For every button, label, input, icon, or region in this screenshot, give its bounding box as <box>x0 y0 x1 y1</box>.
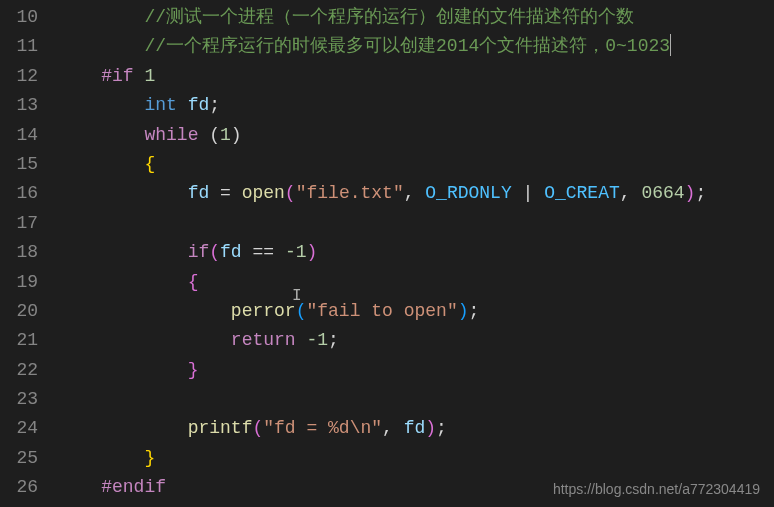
function-token: printf <box>188 418 253 438</box>
paren-token: ) <box>306 242 317 262</box>
code-line[interactable]: { <box>54 150 774 179</box>
constant-token: O_CREAT <box>544 183 620 203</box>
function-token: open <box>242 183 285 203</box>
punctuation-token: ) <box>231 125 242 145</box>
paren-token: ( <box>296 301 307 321</box>
space-token <box>296 330 307 350</box>
comment-text: //一个程序运行的时候最多可以创建2014个文件描述符，0~1023 <box>144 36 670 56</box>
line-number: 25 <box>8 444 38 473</box>
keyword-token: while <box>144 125 198 145</box>
constant-token: O_RDONLY <box>425 183 511 203</box>
line-number: 16 <box>8 179 38 208</box>
keyword-token: return <box>231 330 296 350</box>
code-editor[interactable]: 10 11 12 13 14 15 16 17 18 19 20 21 22 2… <box>0 0 774 507</box>
code-line[interactable] <box>54 209 774 238</box>
code-line[interactable]: int fd; <box>54 91 774 120</box>
punctuation-token: ; <box>695 183 706 203</box>
line-number: 19 <box>8 268 38 297</box>
brace-token: } <box>188 360 199 380</box>
code-line[interactable] <box>54 385 774 414</box>
code-line[interactable]: } <box>54 444 774 473</box>
line-number: 24 <box>8 414 38 443</box>
paren-token: ) <box>425 418 436 438</box>
brace-token: { <box>188 272 199 292</box>
number-token: 0664 <box>641 183 684 203</box>
preprocessor-token: #endif <box>101 477 166 497</box>
line-number: 10 <box>8 3 38 32</box>
punctuation-token: ; <box>436 418 447 438</box>
line-number: 14 <box>8 121 38 150</box>
punctuation-token: ; <box>209 95 220 115</box>
number-token: -1 <box>285 242 307 262</box>
code-line[interactable]: while (1) <box>54 121 774 150</box>
code-line[interactable]: printf("fd = %d\n", fd); <box>54 414 774 443</box>
punctuation-token: ; <box>328 330 339 350</box>
code-line[interactable]: //测试一个进程（一个程序的运行）创建的文件描述符的个数 <box>54 3 774 32</box>
line-number: 17 <box>8 209 38 238</box>
line-number: 26 <box>8 473 38 502</box>
punctuation-token: , <box>620 183 642 203</box>
text-cursor-icon <box>670 34 671 56</box>
operator-token: == <box>242 242 285 262</box>
paren-token: ( <box>285 183 296 203</box>
code-line[interactable]: perror("fail to open"); <box>54 297 774 326</box>
paren-token: ) <box>685 183 696 203</box>
brace-token: } <box>144 448 155 468</box>
line-number: 12 <box>8 62 38 91</box>
paren-token: ) <box>458 301 469 321</box>
type-token: int <box>144 95 176 115</box>
code-line[interactable]: {I <box>54 268 774 297</box>
variable-token: fd <box>177 95 209 115</box>
punctuation-token: , <box>382 418 404 438</box>
variable-token: fd <box>220 242 242 262</box>
code-line[interactable]: return -1; <box>54 326 774 355</box>
code-line[interactable]: if(fd == -1) <box>54 238 774 267</box>
number-token: -1 <box>306 330 328 350</box>
code-line[interactable]: //一个程序运行的时候最多可以创建2014个文件描述符，0~1023 <box>54 32 774 61</box>
line-number: 15 <box>8 150 38 179</box>
watermark-text: https://blog.csdn.net/a772304419 <box>553 481 760 497</box>
function-token: perror <box>231 301 296 321</box>
line-gutter: 10 11 12 13 14 15 16 17 18 19 20 21 22 2… <box>0 0 54 507</box>
comment-text: //测试一个进程（一个程序的运行）创建的文件描述符的个数 <box>144 7 634 27</box>
line-number: 18 <box>8 238 38 267</box>
punctuation-token: ; <box>469 301 480 321</box>
line-number: 20 <box>8 297 38 326</box>
punctuation-token: , <box>404 183 426 203</box>
string-token: "fd = %d\n" <box>263 418 382 438</box>
string-token: "fail to open" <box>306 301 457 321</box>
number-token: 1 <box>220 125 231 145</box>
variable-token: fd <box>404 418 426 438</box>
operator-token: | <box>512 183 544 203</box>
line-number: 22 <box>8 356 38 385</box>
code-content[interactable]: //测试一个进程（一个程序的运行）创建的文件描述符的个数 //一个程序运行的时候… <box>54 0 774 507</box>
string-token: "file.txt" <box>296 183 404 203</box>
brace-token: { <box>144 154 155 174</box>
code-line[interactable]: fd = open("file.txt", O_RDONLY | O_CREAT… <box>54 179 774 208</box>
code-line[interactable]: } <box>54 356 774 385</box>
punctuation-token: ( <box>198 125 220 145</box>
paren-token: ( <box>252 418 263 438</box>
line-number: 21 <box>8 326 38 355</box>
preprocessor-token: #if <box>101 66 133 86</box>
operator-token: = <box>220 183 242 203</box>
paren-token: ( <box>209 242 220 262</box>
keyword-token: if <box>188 242 210 262</box>
line-number: 11 <box>8 32 38 61</box>
variable-token: fd <box>188 183 220 203</box>
line-number: 23 <box>8 385 38 414</box>
code-line[interactable]: #if 1 <box>54 62 774 91</box>
line-number: 13 <box>8 91 38 120</box>
number-token: 1 <box>134 66 156 86</box>
